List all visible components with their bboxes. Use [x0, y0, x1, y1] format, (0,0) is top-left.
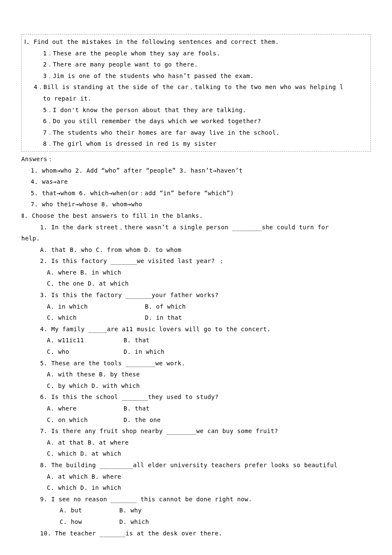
q3-opts-1: A. in which B. of which — [21, 301, 371, 312]
q9-opts-2: C. how D. which — [21, 516, 371, 528]
q5-opts-2: C. by which D. with which — [21, 380, 371, 392]
q6-o2a: C. on which — [47, 414, 124, 426]
q3-stem: 3. Is this the factory _______your fathe… — [21, 289, 371, 301]
s1-item-3: 3．Jim is one of the students who hasn’t … — [24, 70, 368, 82]
answers-line-2: 4. was→are — [21, 176, 371, 188]
answers-heading: Answers： — [21, 153, 371, 165]
s1-item-1: 1．These are the people whom they say are… — [24, 48, 368, 59]
q4-o2b: D. in which — [124, 346, 164, 358]
q5-opts-1: A. with these B. by these — [21, 369, 371, 380]
q3-o1a: A. in which — [47, 301, 145, 312]
q8-opts-2: C. which D. in which — [21, 482, 371, 494]
q7-stem: 7. Is there any fruit shop nearby ______… — [21, 425, 371, 437]
q6-o1a: A. where — [47, 403, 124, 414]
s1-item-4b: to repair it. — [24, 93, 368, 104]
q3-opts-2: C. which D. in that — [21, 312, 371, 324]
q6-o2b: D. the one — [124, 414, 161, 426]
q4-o2a: C. who — [47, 346, 124, 358]
section2-heading: Ⅱ. Choose the best answers to fill in th… — [21, 210, 371, 222]
s1-item-4a: 4．Bill is standing at the side of the ca… — [24, 81, 368, 93]
answers-line-1: 1. whom→who 2. Add “who” after “people” … — [21, 165, 371, 176]
q6-opts-2: C. on which D. the one — [21, 414, 371, 426]
q8-opts-1: A. at which B. where — [21, 471, 371, 483]
q6-o1b: B. that — [124, 403, 150, 414]
answers-line-4: 7. who their→whose 8. whom→who — [21, 199, 371, 210]
s1-item-2: 2．There are many people want to go there… — [24, 59, 368, 70]
q6-opts-1: A. where B. that — [21, 403, 371, 414]
s1-item-7: 7．The students who their homes are far a… — [24, 127, 368, 139]
s1-item-6: 6．Do you still remember the days which w… — [24, 116, 368, 127]
q2-stem: 2. Is this factory _______we visited las… — [21, 255, 371, 267]
q9-opts-1: A. but B. why — [21, 505, 371, 516]
q4-o1b: B. that — [124, 335, 150, 346]
q5-stem: 5. These are the tools ________we work. — [21, 358, 371, 369]
q4-o1a: A. w11ic11 — [47, 335, 124, 346]
section1-heading: Ⅰ. Find out the mistakes in the followin… — [24, 36, 368, 48]
q4-stem: 4. My family _____are a11 music lovers w… — [21, 324, 371, 335]
q1-stem-a: 1. In the dark street，there wasn’t a sin… — [21, 222, 371, 233]
answers-line-3: 5. that→whom 6. which→when(or：add “in” b… — [21, 188, 371, 199]
q9-stem: 9. I see no reason _______ this cannot b… — [21, 494, 371, 505]
q7-opts-2: C. which D. at which — [21, 448, 371, 460]
q9-o1b: B. why — [119, 505, 141, 516]
s1-item-8: 8．The girl whom is dressed in red is my … — [24, 138, 368, 150]
q9-o2b: D. which — [119, 516, 149, 528]
s1-item-5: 5．I don't know the person about that the… — [24, 104, 368, 116]
section1-box: Ⅰ. Find out the mistakes in the followin… — [21, 34, 371, 152]
q3-o2a: C. which — [47, 312, 145, 324]
q3-o1b: B. of which — [145, 301, 186, 312]
q1-stem-b: help. — [21, 233, 371, 244]
q4-opts-2: C. who D. in which — [21, 346, 371, 358]
q3-o2b: D. in that — [145, 312, 182, 324]
q10-stem: 10. The teacher _______is at the desk ov… — [21, 528, 371, 539]
q6-stem: 6. Is this the school _______they used t… — [21, 391, 371, 403]
q7-opts-1: A. at that B. at where — [21, 437, 371, 448]
q2-opts-2: C. the one D. at which — [21, 278, 371, 289]
q2-opts-1: A. where B. in which — [21, 267, 371, 278]
q4-opts-1: A. w11ic11 B. that — [21, 335, 371, 346]
q9-o2a: C. how — [60, 516, 119, 528]
q1-opts: A. that B. who C. from whom D. to whom — [21, 244, 371, 256]
q8-stem: 8. The building _________all elder unive… — [21, 460, 371, 471]
q9-o1a: A. but — [60, 505, 119, 516]
